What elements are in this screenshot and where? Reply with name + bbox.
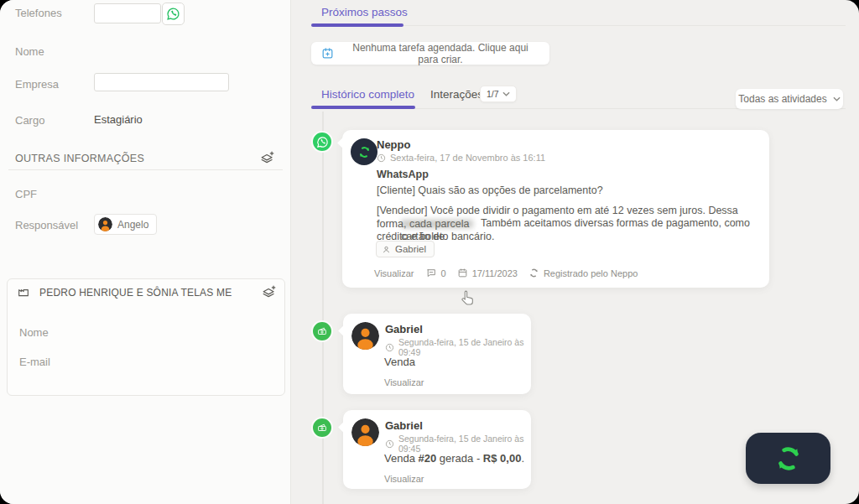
layers-plus-icon	[261, 284, 277, 300]
visualizar-link[interactable]: Visualizar	[374, 268, 414, 278]
history-tab-active-underline	[311, 106, 415, 109]
card-date: 17/11/2023	[472, 268, 518, 278]
card-notch	[338, 325, 349, 336]
empresa-label: Empresa	[15, 78, 59, 91]
cargo-label: Cargo	[15, 114, 44, 127]
create-task-banner-text: Nenhuma tarefa agendada. Clique aqui par…	[341, 42, 539, 65]
tab-interacoes[interactable]: Interações	[430, 88, 483, 101]
card-timestamp-row: Segunda-feira, 15 de Janeiro às 09:45	[385, 434, 531, 454]
assignee-name: Gabriel	[395, 244, 426, 254]
activity-filter-dropdown[interactable]: Todas as atividades	[736, 89, 843, 109]
card-timestamp: Segunda-feira, 15 de Janeiro às 09:45	[398, 434, 531, 454]
outras-informacoes-title: OUTRAS INFORMAÇÕES	[15, 153, 144, 164]
tab-historico-completo[interactable]: Histórico completo	[321, 88, 414, 101]
money-icon	[316, 325, 328, 337]
tab-active-underline	[311, 23, 403, 27]
cpf-label: CPF	[15, 188, 37, 200]
card-title: Venda	[384, 356, 415, 368]
responsavel-chip[interactable]: Angelo	[94, 214, 157, 235]
interacoes-counter-dropdown[interactable]: 1/7	[480, 86, 517, 102]
money-icon	[316, 422, 328, 434]
crm-screen: Telefones Nome Empresa Cargo Estagiário …	[0, 0, 859, 504]
card-title: Venda #20 gerada - R$ 0,00.	[384, 452, 524, 465]
timeline-whatsapp-bullet	[311, 131, 333, 153]
company-title: PEDRO HENRIQUE E SÔNIA TELAS ME	[39, 287, 232, 299]
timeline-sale-bullet	[311, 417, 333, 439]
activity-panel: Próximos passos Nenhuma tarefa agendada.…	[291, 0, 859, 504]
message-client-line: [Cliente] Quais são as opções de parcela…	[377, 184, 759, 197]
registered-by-text: Registrado pelo Neppo	[544, 268, 638, 278]
telefones-label: Telefones	[15, 7, 62, 19]
card-notch	[338, 422, 349, 433]
assignee-chip[interactable]: Gabriel	[376, 241, 435, 257]
card-author: Neppo	[377, 138, 410, 151]
timeline-line	[322, 112, 324, 504]
add-fields-button[interactable]	[258, 148, 276, 167]
whatsapp-button[interactable]	[162, 3, 185, 25]
gabriel-avatar	[351, 418, 379, 446]
neppo-logo-icon	[773, 444, 804, 474]
redacted-text	[401, 220, 473, 228]
registered-item: Registrado pelo Neppo	[528, 268, 638, 278]
whatsapp-icon	[316, 136, 329, 148]
comment-icon	[425, 268, 437, 278]
chevron-down-icon	[502, 91, 510, 96]
calendar-plus-icon	[321, 47, 334, 60]
timeline-card-venda: Gabriel Segunda-feira, 15 de Janeiro às …	[343, 314, 531, 394]
activity-filter-label: Todas as atividades	[738, 93, 826, 105]
company-email-label: E-mail	[19, 356, 50, 368]
timeline-card-venda-gerada: Gabriel Segunda-feira, 15 de Janeiro às …	[343, 410, 531, 489]
timeline-sale-bullet	[311, 320, 333, 342]
card-timestamp-row: Sexta-feira, 17 de Novembro às 16:11	[377, 153, 545, 163]
card-channel: WhatsApp	[377, 169, 429, 180]
layers-plus-icon	[259, 150, 275, 166]
card-author: Gabriel	[385, 323, 423, 335]
create-task-banner[interactable]: Nenhuma tarefa agendada. Clique aqui par…	[311, 42, 549, 65]
nome-label: Nome	[15, 45, 44, 58]
date-item: 17/11/2023	[457, 268, 518, 278]
card-footer: Visualizar 0 17/11/2023	[374, 268, 638, 278]
empresa-input[interactable]	[94, 73, 229, 91]
responsavel-label: Responsável	[15, 219, 78, 231]
visualizar-link[interactable]: Visualizar	[384, 377, 424, 387]
company-add-fields-button[interactable]	[259, 283, 278, 301]
comments-item[interactable]: 0	[425, 268, 446, 278]
contact-sidebar: Telefones Nome Empresa Cargo Estagiário …	[0, 0, 291, 504]
section-divider	[8, 169, 283, 170]
clock-icon	[385, 439, 394, 449]
responsavel-value: Angelo	[117, 219, 148, 231]
card-author: Gabriel	[385, 419, 423, 432]
interacoes-count: 1/7	[487, 89, 499, 99]
card-notch	[337, 138, 348, 148]
cargo-value: Estagiário	[94, 113, 143, 126]
neppo-logo-badge[interactable]	[746, 433, 830, 484]
telefones-input[interactable]	[94, 3, 161, 23]
whatsapp-icon	[166, 7, 180, 21]
company-nome-label: Nome	[19, 326, 49, 339]
person-icon	[382, 245, 391, 254]
visualizar-link[interactable]: Visualizar	[384, 474, 424, 484]
avatar	[98, 217, 112, 231]
card-timestamp: Segunda-feira, 15 de Janeiro às 09:49	[398, 337, 531, 357]
chevron-down-icon	[833, 96, 841, 101]
comments-count: 0	[441, 268, 446, 278]
neppo-avatar	[351, 138, 377, 165]
timeline-card-whatsapp: Neppo Sexta-feira, 17 de Novembro às 16:…	[342, 130, 769, 288]
company-card: PEDRO HENRIQUE E SÔNIA TELAS ME Nome E-m…	[7, 278, 285, 396]
clock-icon	[385, 343, 394, 352]
tab-proximos-passos[interactable]: Próximos passos	[321, 6, 408, 18]
loop-icon	[528, 268, 539, 278]
clock-icon	[377, 153, 386, 163]
card-timestamp-row: Segunda-feira, 15 de Janeiro às 09:49	[385, 337, 531, 357]
gabriel-avatar	[351, 322, 379, 350]
message-vendor-line-3: crédito e boleto bancário.	[377, 230, 759, 243]
company-card-header: PEDRO HENRIQUE E SÔNIA TELAS ME	[8, 279, 284, 304]
calendar-icon	[457, 268, 468, 278]
company-icon	[14, 283, 33, 301]
mouse-cursor	[458, 289, 476, 309]
card-timestamp: Sexta-feira, 17 de Novembro às 16:11	[390, 153, 545, 163]
